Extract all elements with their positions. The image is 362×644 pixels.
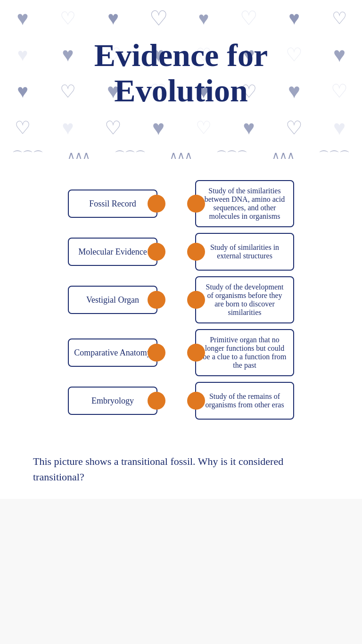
heart-decoration-27: ♥ xyxy=(136,110,181,147)
heart-decoration-23: ♡ xyxy=(317,73,362,110)
term-dot-1 xyxy=(148,243,165,261)
def-label-1: Study of similarities in external struct… xyxy=(202,243,288,260)
term-dot-4 xyxy=(148,392,165,410)
heart-decoration-5: ♡ xyxy=(226,0,272,37)
def-label-4: Study of the remains of organisms from o… xyxy=(202,392,288,409)
match-row-0: Fossil Record Study of the similarities … xyxy=(0,180,362,227)
def-box-2[interactable]: Study of the development of organisms be… xyxy=(195,276,294,323)
heart-decoration-2: ♥ xyxy=(90,0,136,37)
heart-decoration-26: ♡ xyxy=(90,110,136,147)
title-box: Evidence forEvolution xyxy=(94,38,268,108)
heart-decoration-17: ♡ xyxy=(45,73,90,110)
term-label-2: Vestigial Organ xyxy=(86,295,139,305)
term-box-0[interactable]: Fossil Record xyxy=(68,190,157,218)
heart-decoration-30: ♡ xyxy=(272,110,317,147)
wave-4: ∧∧∧ xyxy=(170,149,192,162)
def-label-0: Study of the similarities between DNA, a… xyxy=(202,187,288,221)
term-label-0: Fossil Record xyxy=(89,199,136,209)
def-label-3: Primitive organ that no longer functions… xyxy=(202,336,288,370)
match-row-2: Vestigial Organ Study of the development… xyxy=(0,276,362,323)
def-dot-0 xyxy=(187,195,205,213)
term-dot-2 xyxy=(148,291,165,309)
heart-decoration-15: ♥ xyxy=(317,37,362,74)
heart-decoration-0: ♥ xyxy=(0,0,45,37)
term-box-4[interactable]: Embryology xyxy=(68,387,157,415)
page-title: Evidence forEvolution xyxy=(94,38,268,108)
def-box-3[interactable]: Primitive organ that no longer functions… xyxy=(195,329,294,376)
heart-decoration-4: ♥ xyxy=(181,0,226,37)
def-box-0[interactable]: Study of the similarities between DNA, a… xyxy=(195,180,294,227)
term-box-1[interactable]: Molecular Evidence xyxy=(68,238,157,266)
heart-decoration-29: ♥ xyxy=(226,110,272,147)
heart-decoration-14: ♡ xyxy=(272,37,317,74)
def-dot-1 xyxy=(187,243,205,261)
wave-2: ∧∧∧ xyxy=(67,149,90,162)
def-dot-4 xyxy=(187,392,205,410)
matching-section: Fossil Record Study of the similarities … xyxy=(0,165,362,439)
heart-decoration-25: ♥ xyxy=(45,110,90,147)
term-dot-0 xyxy=(148,195,165,213)
term-box-2[interactable]: Vestigial Organ xyxy=(68,286,157,314)
footer-text: This picture shows a transitional fossil… xyxy=(33,454,334,485)
wave-7: ⌒⌒⌒ xyxy=(319,149,350,163)
heart-decoration-28: ♡ xyxy=(181,110,226,147)
heart-decoration-24: ♡ xyxy=(0,110,45,147)
def-box-1[interactable]: Study of similarities in external struct… xyxy=(195,233,294,271)
heart-decoration-7: ♡ xyxy=(317,0,362,37)
term-label-1: Molecular Evidence xyxy=(78,247,147,257)
wave-6: ∧∧∧ xyxy=(272,149,295,162)
match-row-1: Molecular Evidence Study of similarities… xyxy=(0,233,362,271)
match-row-3: Comparative Anatomy Primitive organ that… xyxy=(0,329,362,376)
heart-decoration-22: ♥ xyxy=(272,73,317,110)
def-label-2: Study of the development of organisms be… xyxy=(202,283,288,317)
heart-decoration-1: ♡ xyxy=(45,0,90,37)
footer-area: This picture shows a transitional fossil… xyxy=(0,439,362,499)
term-box-3[interactable]: Comparative Anatomy xyxy=(68,339,157,367)
header: ♥♡♥♡♥♡♥♡♥♥♡♥♡♥♡♥♥♡♥♡♥♡♥♡♡♥♡♥♡♥♡♥ Evidenc… xyxy=(0,0,362,146)
term-label-3: Comparative Anatomy xyxy=(74,348,151,358)
decoration-row: ⌒⌒⌒ ∧∧∧ ⌒⌒⌒ ∧∧∧ ⌒⌒⌒ ∧∧∧ ⌒⌒⌒ xyxy=(0,146,362,165)
term-label-4: Embryology xyxy=(91,396,134,406)
term-dot-3 xyxy=(148,344,165,362)
heart-decoration-3: ♡ xyxy=(136,0,181,37)
wave-1: ⌒⌒⌒ xyxy=(12,149,43,163)
heart-decoration-6: ♥ xyxy=(272,0,317,37)
match-row-4: Embryology Study of the remains of organ… xyxy=(0,382,362,420)
def-dot-3 xyxy=(187,344,205,362)
wave-5: ⌒⌒⌒ xyxy=(216,149,247,163)
wave-3: ⌒⌒⌒ xyxy=(115,149,146,163)
def-dot-2 xyxy=(187,291,205,309)
heart-decoration-16: ♥ xyxy=(0,73,45,110)
heart-decoration-31: ♥ xyxy=(317,110,362,147)
heart-decoration-9: ♥ xyxy=(45,37,90,74)
heart-decoration-8: ♥ xyxy=(0,37,45,74)
def-box-4[interactable]: Study of the remains of organisms from o… xyxy=(195,382,294,420)
